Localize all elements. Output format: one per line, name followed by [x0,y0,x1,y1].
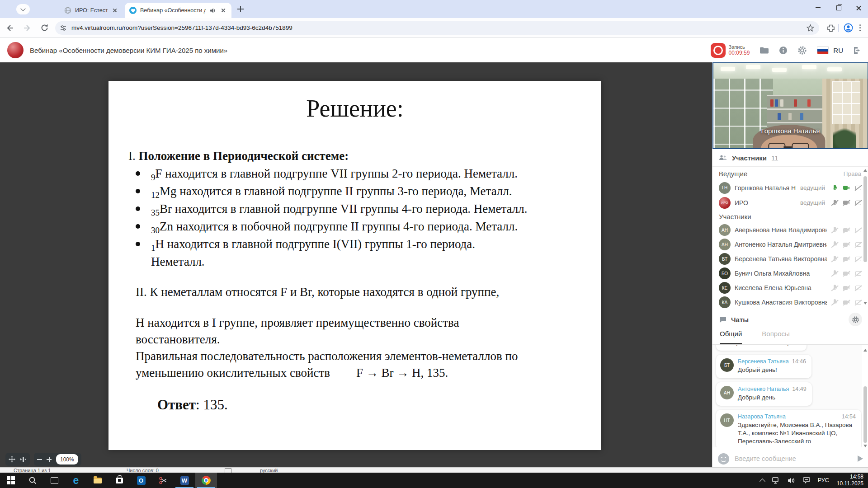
chrome-button[interactable] [195,473,217,488]
back-button[interactable] [3,21,17,35]
speaker-video[interactable]: Горшкова Наталья [712,62,868,149]
pan-mode-button[interactable] [9,456,15,463]
store-button[interactable] [108,473,130,488]
scroll-thumb[interactable] [863,176,867,262]
chevron-down-icon [20,6,25,11]
outlook-button[interactable]: O [130,473,152,488]
scroll-thumb[interactable] [863,386,867,443]
mic-off-icon[interactable] [831,199,839,206]
forward-button[interactable] [20,21,34,35]
member-row[interactable]: АН Антоненко Наталья Дмитриевна [712,237,868,252]
window-close-button[interactable] [849,0,868,15]
tab-close-icon[interactable] [220,7,227,14]
host-row[interactable]: ИРО ИРО ведущий [712,195,868,210]
camera-off-icon [843,256,850,263]
address-bar[interactable]: mv4.virtualroom.ru/room?userSession=2596… [55,21,819,35]
snipping-tool-button[interactable] [152,473,174,488]
notification-icon [803,477,810,484]
tab-questions-chat[interactable]: Вопросы [762,330,789,344]
scroll-up-icon[interactable] [863,169,867,172]
profile-button[interactable] [841,21,856,35]
chat-scrollbar[interactable] [863,349,868,447]
host-row[interactable]: ГН Горшкова Наталья Ни... ведущий [712,180,868,195]
taskbar-search-button[interactable] [22,473,43,488]
browser-tabstrip: ИРО: Естественно-математиче Вебинар «Осо… [0,0,868,18]
leave-room-button[interactable] [853,47,862,54]
tab-audio-icon[interactable] [210,8,216,14]
member-row[interactable]: АН Аверьянова Нина Владимировна [712,223,868,237]
window-minimize-button[interactable] [807,0,828,15]
fit-width-button[interactable] [20,456,27,463]
screen: ИРО: Естественно-математиче Вебинар «Осо… [0,0,868,488]
tab-close-icon[interactable] [111,7,118,14]
camera-off-icon [843,299,850,306]
slide-section1-heading: I. Положение в Периодической системе: [128,148,588,164]
language-switcher[interactable] [817,46,829,54]
camera-on-icon[interactable] [843,184,850,191]
url-text[interactable]: mv4.virtualroom.ru/room?userSession=2596… [71,24,802,31]
settings-button[interactable] [797,46,807,55]
zoom-in-button[interactable] [47,457,52,462]
screenshare-off-icon [854,256,862,263]
edge-button[interactable]: e [65,473,87,488]
fit-width-icon [20,456,27,463]
member-row[interactable]: КА Кушкова Анастасия Викторовна [712,295,868,309]
task-view-button[interactable] [43,473,65,488]
tab-webinar[interactable]: Вебинар «Особенности де [125,3,231,18]
clock-time: 14:58 [850,474,863,480]
record-control[interactable]: Запись 00:09:59 [711,43,750,58]
bookmark-star-icon[interactable] [806,24,815,32]
tab-search-button[interactable] [16,4,30,14]
mic-on-icon[interactable] [831,184,839,191]
info-button[interactable] [779,46,788,55]
member-row[interactable]: БО Бунич Ольга Михайловна [712,266,868,281]
chat-messages[interactable]: спикера? Вылетел интернет. БТ Берсенева … [712,345,862,447]
network-tray-button[interactable] [772,477,780,484]
keyboard-language[interactable]: РУС [818,477,829,483]
chrome-icon [202,476,211,485]
chat-tabs: Общий Вопросы [712,330,868,345]
scroll-up-icon[interactable] [863,349,867,352]
camera-off-icon [843,241,850,248]
volume-tray-button[interactable] [788,477,795,484]
extensions-button[interactable] [824,21,838,35]
window-restore-button[interactable] [828,0,849,15]
record-icon[interactable] [711,43,726,58]
reload-button[interactable] [37,21,52,35]
scroll-down-icon[interactable] [863,445,867,447]
participants-scrollbar[interactable] [863,169,868,305]
word-button[interactable]: W [174,473,195,488]
tab-general-chat[interactable]: Общий [720,330,742,344]
new-tab-button[interactable] [237,5,244,13]
outlook-icon: O [137,476,146,485]
system-tray: РУС 14:58 10.11.2025 [760,473,868,488]
screenshare-off-icon [854,270,862,277]
site-settings-icon[interactable] [60,24,67,32]
browser-menu-button[interactable] [858,23,863,33]
slide-bullet-list: 9F находится в главной подгруппе VII гру… [128,165,588,270]
camera-off-icon[interactable] [843,199,850,206]
taskbar-clock[interactable]: 14:58 10.11.2025 [837,474,863,487]
language-code[interactable]: RU [833,47,843,54]
avatar: ИРО [719,197,731,209]
files-button[interactable] [760,47,769,54]
zoom-level[interactable]: 100% [56,454,78,465]
zoom-out-button[interactable] [37,459,42,460]
scroll-down-icon[interactable] [863,302,867,305]
screenshare-off-icon[interactable] [854,184,862,191]
file-explorer-button[interactable] [87,473,108,488]
chat-message: спикера? Вылетел интернет. [716,345,807,351]
member-row[interactable]: БТ Берсенева Татьяна Викторовна [712,252,868,266]
tab-iro[interactable]: ИРО: Естественно-математиче [60,3,123,18]
rights-label: Права [844,170,861,177]
chat-input[interactable] [734,455,853,463]
send-icon[interactable] [858,455,863,462]
tray-expand-icon[interactable] [760,479,765,484]
member-row[interactable]: КЕ Киселева Елена Юрьевна [712,281,868,295]
emoji-icon[interactable] [718,453,729,465]
start-button[interactable] [0,473,22,488]
action-center-button[interactable] [803,477,810,484]
chat-settings-button[interactable] [849,313,862,326]
screenshare-off-icon [854,285,862,291]
screenshare-off-icon[interactable] [854,199,862,206]
